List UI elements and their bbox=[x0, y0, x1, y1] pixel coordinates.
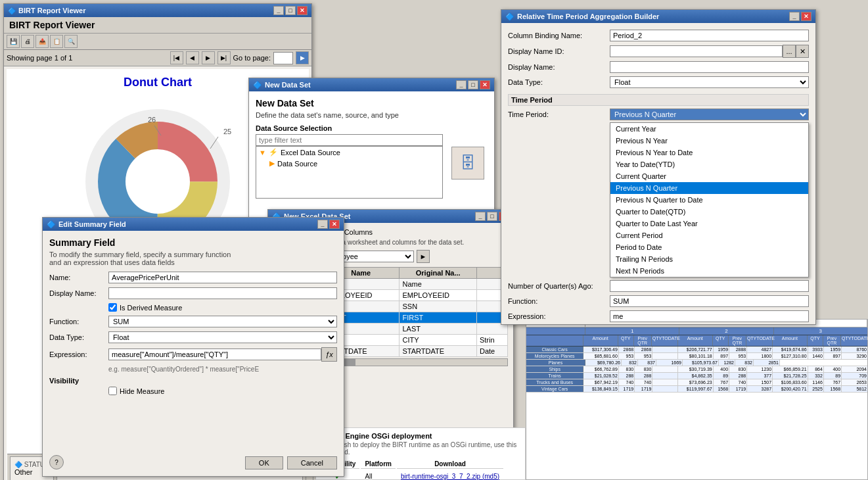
dropdown-prev-n-year[interactable]: Previous N Year bbox=[610, 135, 808, 147]
es-name-row: Name: bbox=[49, 272, 337, 283]
tree-excel-source[interactable]: ▼ ⚡ Excel Data Source bbox=[256, 147, 442, 158]
es-expression-input[interactable] bbox=[108, 348, 321, 360]
data-cell: 953 bbox=[635, 353, 652, 359]
table-row[interactable]: NameName bbox=[323, 279, 508, 290]
rtpa-datatype-select[interactable]: Float Integer String bbox=[610, 76, 809, 88]
osgi-download-link[interactable]: birt-runtime-osgi_3_7_2.zip (md5) bbox=[397, 470, 503, 480]
data-cell bbox=[652, 379, 678, 385]
table-row[interactable]: SSNSSN bbox=[323, 301, 508, 312]
table-row[interactable]: LASTLAST bbox=[323, 324, 508, 335]
dropdown-prev-n-quarter[interactable]: Previous N Quarter bbox=[610, 182, 808, 194]
rtpa-numquarters-label: Number of Quarter(s) Ago: bbox=[508, 282, 610, 290]
data-cell: 1719 bbox=[619, 386, 635, 392]
es-datatype-select[interactable]: Float Integer String bbox=[108, 331, 337, 343]
rtpa-numquarters-input[interactable] bbox=[610, 280, 809, 292]
toolbar-save[interactable]: 💾 bbox=[7, 35, 20, 48]
ned-hscroll[interactable] bbox=[322, 358, 508, 366]
tree-data-source[interactable]: ▶ Data Source bbox=[256, 158, 442, 169]
first-page-btn[interactable]: |◀ bbox=[170, 51, 183, 64]
toolbar-search[interactable]: 🔍 bbox=[64, 35, 78, 48]
toolbar-print[interactable]: 🖨 bbox=[21, 35, 34, 48]
dropdown-next-n[interactable]: Next N Periods bbox=[610, 265, 808, 277]
nds-filter-input[interactable] bbox=[256, 134, 443, 146]
data-cell: 830 bbox=[729, 366, 747, 372]
rtpa-dnid-btn1[interactable]: ... bbox=[783, 45, 796, 58]
dropdown-period-to-date[interactable]: Period to Date bbox=[610, 241, 808, 253]
ned-maximize[interactable]: □ bbox=[487, 212, 497, 221]
goto-input[interactable] bbox=[273, 52, 293, 64]
es-ok-btn[interactable]: OK bbox=[245, 456, 283, 469]
dg-col-prev-1: Prev QTR bbox=[634, 335, 652, 346]
rtpa-dnid-btn2[interactable]: ✕ bbox=[796, 45, 809, 58]
es-minimize[interactable]: _ bbox=[317, 220, 328, 229]
dropdown-prev-n-year-to-date[interactable]: Previous N Year to Date bbox=[610, 147, 808, 158]
db-icon: ⚡ bbox=[269, 148, 278, 156]
dg-col-qty-1: QTY bbox=[618, 335, 634, 346]
nds-maximize[interactable]: □ bbox=[468, 80, 478, 89]
dropdown-trailing-n[interactable]: Trailing N Periods bbox=[610, 253, 808, 265]
row-label: Trains bbox=[526, 373, 583, 379]
last-page-btn[interactable]: ▶| bbox=[217, 51, 231, 64]
es-name-input[interactable] bbox=[108, 272, 337, 283]
rtpa-dnid-input[interactable] bbox=[610, 45, 783, 57]
data-cell: $80,101.18 bbox=[678, 353, 713, 359]
rtpa-function-input[interactable] bbox=[610, 295, 809, 307]
rtpa-datatype-label: Data Type: bbox=[508, 78, 610, 86]
data-cell: 1669 bbox=[656, 360, 683, 366]
data-cell: 1146 bbox=[808, 379, 824, 385]
data-grid-window: 2004 1 2 3 Amount QTY Prev QTR QTYTODATE… bbox=[526, 319, 868, 480]
ned-minimize[interactable]: _ bbox=[475, 212, 486, 221]
data-cell: 8760 bbox=[842, 347, 867, 352]
nds-close[interactable]: ✕ bbox=[480, 80, 490, 89]
goto-go-btn[interactable]: ▶ bbox=[296, 51, 309, 64]
dg-col-prev-2: Prev QTR bbox=[729, 335, 746, 346]
prev-page-btn[interactable]: ◀ bbox=[186, 51, 199, 64]
dropdown-current-period[interactable]: Current Period bbox=[610, 229, 808, 241]
row-label: Vintage Cars bbox=[526, 386, 583, 392]
ned-arrow-btn[interactable]: ► bbox=[417, 250, 430, 263]
rtpa-expr-input[interactable] bbox=[610, 310, 809, 322]
nds-minimize[interactable]: _ bbox=[456, 80, 467, 89]
table-row[interactable]: FIRSTFIRST bbox=[323, 312, 508, 324]
table-row: Classic Cars$317,306.4928682868$206,721.… bbox=[526, 347, 867, 353]
dropdown-current-quarter[interactable]: Current Quarter bbox=[610, 170, 808, 182]
toolbar-toc[interactable]: 📋 bbox=[50, 35, 63, 48]
data-cell: 2888 bbox=[729, 347, 747, 352]
rtpa-colbinding-input[interactable] bbox=[610, 30, 809, 41]
minimize-btn[interactable]: _ bbox=[273, 6, 284, 15]
maximize-btn[interactable]: □ bbox=[285, 6, 296, 15]
es-cancel-btn[interactable]: Cancel bbox=[287, 456, 337, 469]
data-cell: $69,780.26 bbox=[585, 360, 622, 366]
data-cell: $30,719.39 bbox=[678, 366, 713, 372]
es-function-select[interactable]: SUM AVG COUNT bbox=[108, 316, 337, 327]
table-row[interactable]: STARTDATESTARTDATEDate bbox=[323, 346, 508, 357]
es-help-btn[interactable]: ? bbox=[49, 455, 64, 469]
new-dataset-dialog: 🔷 New Data Set _ □ ✕ New Data Set Define… bbox=[248, 78, 495, 222]
es-main-title: Summary Field bbox=[49, 237, 337, 248]
close-btn[interactable]: ✕ bbox=[297, 6, 308, 15]
rtpa-close[interactable]: ✕ bbox=[801, 12, 811, 21]
es-hide-measure-label: Hide Measure bbox=[120, 387, 164, 395]
table-row[interactable]: EMPLOYEEIDEMPLOYEEID bbox=[323, 290, 508, 301]
toolbar-export[interactable]: 📤 bbox=[35, 35, 49, 48]
es-displayname-input[interactable] bbox=[108, 287, 337, 299]
dg-col-qtytodate-1: QTYTODATE bbox=[652, 335, 678, 346]
es-derived-checkbox[interactable] bbox=[108, 303, 117, 312]
data-cell: 4827 bbox=[747, 347, 773, 352]
dropdown-qtd-last-year[interactable]: Quarter to Date Last Year bbox=[610, 218, 808, 229]
rtpa-timeperiod-select[interactable]: Previous N Quarter Current Year Previous… bbox=[610, 108, 809, 120]
rtpa-minimize[interactable]: _ bbox=[789, 12, 800, 21]
showing-page: Showing page 1 of 1 bbox=[7, 54, 72, 62]
next-page-btn[interactable]: ▶ bbox=[202, 51, 215, 64]
es-hide-measure-checkbox[interactable] bbox=[108, 387, 117, 395]
dropdown-current-year[interactable]: Current Year bbox=[610, 123, 808, 135]
nds-header-title: New Data Set bbox=[256, 98, 488, 108]
dropdown-qtd[interactable]: Quarter to Date(QTD) bbox=[610, 206, 808, 218]
es-close[interactable]: ✕ bbox=[329, 220, 340, 229]
dropdown-ytd[interactable]: Year to Date(YTD) bbox=[610, 158, 808, 170]
data-cell: $66,859.21 bbox=[773, 366, 808, 372]
es-expr-fx-btn[interactable]: ƒx bbox=[321, 347, 337, 362]
table-row[interactable]: CITYCITYStrin bbox=[323, 335, 508, 346]
dropdown-prev-n-quarter-to-date[interactable]: Previous N Quarter to Date bbox=[610, 194, 808, 206]
rtpa-dn-input[interactable] bbox=[610, 61, 809, 73]
